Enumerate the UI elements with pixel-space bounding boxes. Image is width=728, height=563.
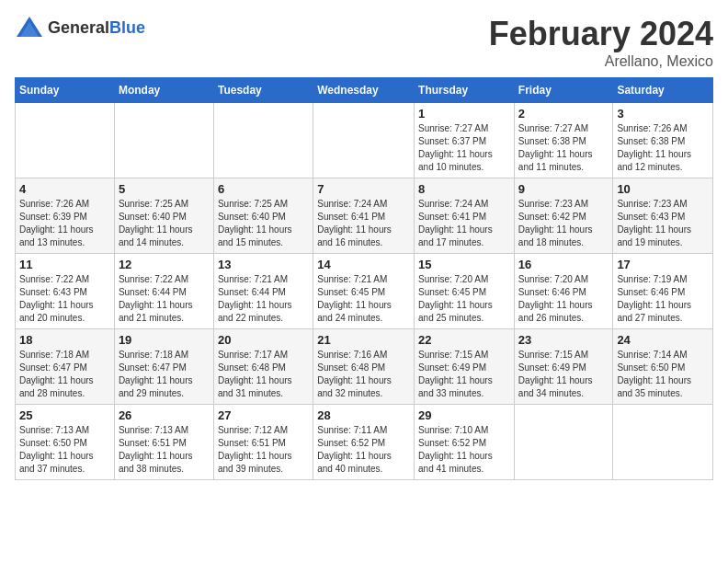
day-info: Sunrise: 7:23 AM Sunset: 6:43 PM Dayligh… [617, 198, 709, 249]
day-number: 12 [119, 258, 210, 271]
day-number: 16 [518, 258, 609, 271]
calendar-cell: 4Sunrise: 7:26 AM Sunset: 6:39 PM Daylig… [16, 178, 115, 254]
calendar-week-3: 11Sunrise: 7:22 AM Sunset: 6:43 PM Dayli… [16, 254, 713, 329]
calendar-cell: 19Sunrise: 7:18 AM Sunset: 6:47 PM Dayli… [114, 329, 213, 405]
day-info: Sunrise: 7:16 AM Sunset: 6:48 PM Dayligh… [317, 349, 410, 400]
day-info: Sunrise: 7:27 AM Sunset: 6:38 PM Dayligh… [518, 122, 609, 174]
calendar-cell: 24Sunrise: 7:14 AM Sunset: 6:50 PM Dayli… [613, 329, 713, 405]
weekday-monday: Monday [114, 78, 213, 103]
weekday-friday: Friday [514, 78, 613, 103]
day-number: 1 [418, 107, 510, 121]
day-info: Sunrise: 7:25 AM Sunset: 6:40 PM Dayligh… [119, 198, 210, 249]
calendar-cell [313, 103, 415, 178]
day-number: 24 [617, 333, 709, 347]
day-number: 9 [518, 182, 609, 196]
calendar-cell: 29Sunrise: 7:10 AM Sunset: 6:52 PM Dayli… [415, 405, 515, 480]
logo-blue: Blue [109, 18, 145, 37]
day-number: 18 [19, 333, 110, 347]
day-info: Sunrise: 7:21 AM Sunset: 6:44 PM Dayligh… [218, 273, 309, 325]
calendar-cell: 23Sunrise: 7:15 AM Sunset: 6:49 PM Dayli… [514, 329, 613, 405]
weekday-wednesday: Wednesday [313, 78, 415, 103]
title-block: February 2024 Arellano, Mexico [489, 15, 713, 70]
day-number: 15 [418, 258, 510, 271]
day-info: Sunrise: 7:24 AM Sunset: 6:41 PM Dayligh… [317, 198, 410, 249]
day-number: 27 [218, 408, 309, 422]
day-number: 2 [518, 107, 609, 121]
day-info: Sunrise: 7:18 AM Sunset: 6:47 PM Dayligh… [119, 349, 210, 400]
day-info: Sunrise: 7:26 AM Sunset: 6:38 PM Dayligh… [617, 122, 709, 174]
calendar-cell: 18Sunrise: 7:18 AM Sunset: 6:47 PM Dayli… [16, 329, 115, 405]
day-info: Sunrise: 7:25 AM Sunset: 6:40 PM Dayligh… [218, 198, 309, 249]
day-number: 10 [617, 182, 709, 196]
day-number: 6 [218, 182, 309, 196]
day-number: 29 [418, 408, 510, 422]
day-number: 4 [19, 182, 110, 196]
day-number: 28 [317, 408, 410, 422]
day-number: 26 [119, 408, 210, 422]
calendar-cell: 7Sunrise: 7:24 AM Sunset: 6:41 PM Daylig… [313, 178, 415, 254]
calendar-cell: 27Sunrise: 7:12 AM Sunset: 6:51 PM Dayli… [213, 405, 313, 480]
day-number: 11 [19, 258, 110, 271]
calendar-cell [114, 103, 213, 178]
weekday-thursday: Thursday [415, 78, 515, 103]
day-info: Sunrise: 7:20 AM Sunset: 6:46 PM Dayligh… [518, 273, 609, 325]
calendar-cell [613, 405, 713, 480]
calendar-cell [213, 103, 313, 178]
calendar-cell: 26Sunrise: 7:13 AM Sunset: 6:51 PM Dayli… [114, 405, 213, 480]
day-number: 8 [418, 182, 510, 196]
calendar-cell: 10Sunrise: 7:23 AM Sunset: 6:43 PM Dayli… [613, 178, 713, 254]
day-number: 25 [19, 408, 110, 422]
day-info: Sunrise: 7:14 AM Sunset: 6:50 PM Dayligh… [617, 349, 709, 400]
day-info: Sunrise: 7:10 AM Sunset: 6:52 PM Dayligh… [418, 424, 510, 476]
day-number: 23 [518, 333, 609, 347]
day-info: Sunrise: 7:15 AM Sunset: 6:49 PM Dayligh… [418, 349, 510, 400]
day-info: Sunrise: 7:21 AM Sunset: 6:45 PM Dayligh… [317, 273, 410, 325]
calendar-cell [16, 103, 115, 178]
calendar-cell: 13Sunrise: 7:21 AM Sunset: 6:44 PM Dayli… [213, 254, 313, 329]
calendar-cell: 6Sunrise: 7:25 AM Sunset: 6:40 PM Daylig… [213, 178, 313, 254]
day-number: 20 [218, 333, 309, 347]
calendar-week-5: 25Sunrise: 7:13 AM Sunset: 6:50 PM Dayli… [16, 405, 713, 480]
calendar-cell: 20Sunrise: 7:17 AM Sunset: 6:48 PM Dayli… [213, 329, 313, 405]
calendar-table: SundayMondayTuesdayWednesdayThursdayFrid… [15, 77, 713, 480]
day-info: Sunrise: 7:19 AM Sunset: 6:46 PM Dayligh… [617, 273, 709, 325]
day-number: 3 [617, 107, 709, 121]
calendar-cell: 28Sunrise: 7:11 AM Sunset: 6:52 PM Dayli… [313, 405, 415, 480]
calendar-week-2: 4Sunrise: 7:26 AM Sunset: 6:39 PM Daylig… [16, 178, 713, 254]
day-info: Sunrise: 7:17 AM Sunset: 6:48 PM Dayligh… [218, 349, 309, 400]
day-info: Sunrise: 7:12 AM Sunset: 6:51 PM Dayligh… [218, 424, 309, 476]
calendar-cell: 25Sunrise: 7:13 AM Sunset: 6:50 PM Dayli… [16, 405, 115, 480]
day-number: 17 [617, 258, 709, 271]
day-info: Sunrise: 7:26 AM Sunset: 6:39 PM Dayligh… [19, 198, 110, 249]
day-number: 22 [418, 333, 510, 347]
day-info: Sunrise: 7:13 AM Sunset: 6:50 PM Dayligh… [19, 424, 110, 476]
day-info: Sunrise: 7:22 AM Sunset: 6:43 PM Dayligh… [19, 273, 110, 325]
day-number: 7 [317, 182, 410, 196]
page-header: GeneralBlue February 2024 Arellano, Mexi… [15, 15, 713, 70]
calendar-location: Arellano, Mexico [489, 53, 713, 70]
day-number: 19 [119, 333, 210, 347]
weekday-saturday: Saturday [613, 78, 713, 103]
calendar-cell: 15Sunrise: 7:20 AM Sunset: 6:45 PM Dayli… [415, 254, 515, 329]
calendar-title: February 2024 [489, 15, 713, 53]
day-number: 13 [218, 258, 309, 271]
day-info: Sunrise: 7:23 AM Sunset: 6:42 PM Dayligh… [518, 198, 609, 249]
logo-icon [15, 15, 44, 40]
calendar-cell: 1Sunrise: 7:27 AM Sunset: 6:37 PM Daylig… [415, 103, 515, 178]
day-info: Sunrise: 7:20 AM Sunset: 6:45 PM Dayligh… [418, 273, 510, 325]
logo-general: General [48, 18, 109, 37]
day-info: Sunrise: 7:15 AM Sunset: 6:49 PM Dayligh… [518, 349, 609, 400]
calendar-week-4: 18Sunrise: 7:18 AM Sunset: 6:47 PM Dayli… [16, 329, 713, 405]
calendar-cell: 16Sunrise: 7:20 AM Sunset: 6:46 PM Dayli… [514, 254, 613, 329]
calendar-cell: 11Sunrise: 7:22 AM Sunset: 6:43 PM Dayli… [16, 254, 115, 329]
calendar-cell: 2Sunrise: 7:27 AM Sunset: 6:38 PM Daylig… [514, 103, 613, 178]
day-number: 21 [317, 333, 410, 347]
calendar-cell [514, 405, 613, 480]
day-info: Sunrise: 7:18 AM Sunset: 6:47 PM Dayligh… [19, 349, 110, 400]
calendar-cell: 3Sunrise: 7:26 AM Sunset: 6:38 PM Daylig… [613, 103, 713, 178]
day-number: 5 [119, 182, 210, 196]
weekday-header-row: SundayMondayTuesdayWednesdayThursdayFrid… [16, 78, 713, 103]
calendar-body: 1Sunrise: 7:27 AM Sunset: 6:37 PM Daylig… [16, 103, 713, 480]
weekday-sunday: Sunday [16, 78, 115, 103]
calendar-cell: 22Sunrise: 7:15 AM Sunset: 6:49 PM Dayli… [415, 329, 515, 405]
